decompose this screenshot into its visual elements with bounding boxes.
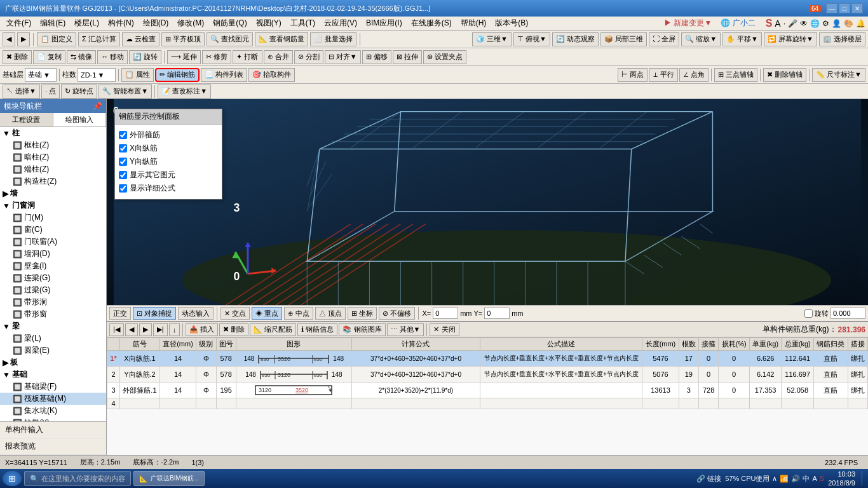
sidebar-report[interactable]: 报表预览 (0, 438, 106, 455)
tbl-rebar-lib-button[interactable]: 📚 钢筋图库 (339, 323, 385, 336)
show-desktop-button[interactable] (862, 471, 865, 485)
vb-y-input[interactable] (484, 308, 510, 319)
tree-item-found-beam[interactable]: 🔲 基础梁(F) (0, 381, 106, 393)
tb-find-elem-button[interactable]: 🔍 查找图元 (207, 32, 253, 46)
zd-dropdown[interactable]: ZD-1 ▼ (78, 68, 116, 82)
tree-item-wall[interactable]: ▶ 墙 (0, 187, 106, 200)
table-row[interactable]: 2 Y向纵筋.2 14 Φ 578 148 (107, 367, 868, 383)
tb-merge-button[interactable]: ⊕ 合并 (264, 50, 293, 64)
table-row[interactable]: 1* X向纵筋.1 14 Φ 578 148 (107, 351, 868, 367)
tb-angle-button[interactable]: ∠ 点角 (679, 68, 709, 82)
tb-edit-note-button[interactable]: 📝 查改标注▼ (158, 85, 211, 98)
tb-copy-button[interactable]: 📄 复制 (33, 50, 65, 64)
tree-item-door[interactable]: ▼ 门窗洞 (0, 200, 106, 212)
clock[interactable]: 10:03 2018/8/9 (828, 470, 855, 488)
sidebar-tab-project[interactable]: 工程设置 (0, 113, 53, 126)
tb-local-3d-button[interactable]: 📦 局部三维 (600, 32, 647, 46)
menu-tools[interactable]: 工具(T) (287, 17, 319, 30)
vb-orthogonal-button[interactable]: 正交 (109, 307, 131, 320)
vb-midpt-button[interactable]: ◈ 重点 (252, 307, 282, 320)
menu-online[interactable]: 在线服务(S) (407, 17, 456, 30)
tb-stretch-button[interactable]: ⊠ 拉伸 (393, 50, 422, 64)
tbl-close-button[interactable]: ✕ 关闭 (430, 323, 459, 336)
tb-3d-button[interactable]: 🧊 三维▼ (472, 32, 512, 46)
table-row[interactable]: 4 (107, 398, 868, 409)
menu-help[interactable]: 帮助(H) (457, 17, 491, 30)
tree-item-round-beam[interactable]: 🔲 圆梁(E) (0, 344, 106, 356)
tb-properties-button[interactable]: 📋 属性 (121, 68, 154, 82)
tbl-delete-button[interactable]: ✖ 删除 (219, 323, 248, 336)
sidebar-tab-draw[interactable]: 绘图输入 (53, 113, 107, 126)
tb-fwd-button[interactable]: ▶ (17, 32, 30, 46)
sidebar-single-comp[interactable]: 单构件输入 (0, 422, 106, 438)
tb-select-button[interactable]: ↖ 选择▼ (3, 85, 40, 98)
menu-modify[interactable]: 修改(M) (173, 17, 208, 30)
tree-item-col[interactable]: ▼ 柱 (0, 127, 106, 139)
tb-rotpt-button[interactable]: ↻ 旋转点 (61, 85, 97, 98)
vb-dynamic-input-button[interactable]: 动态输入 (178, 307, 214, 320)
tree-item-over-beam[interactable]: 🔲 过梁(G) (0, 284, 106, 296)
tb-mirror-button[interactable]: ⇆ 镜像 (67, 50, 96, 64)
tb-grip-button[interactable]: ⊛ 设置夹点 (423, 50, 466, 64)
tb-rotate-button[interactable]: 🔄 旋转 (129, 50, 161, 64)
toolbar-icon-gear[interactable]: ⚙ (822, 19, 829, 28)
menu-guangxiao[interactable]: 🌐 广小二 (717, 17, 759, 30)
tb-del-axis-button[interactable]: ✖ 删除辅轴 (763, 68, 806, 82)
tree-item-beam[interactable]: ▼ 梁 (0, 320, 106, 332)
tree-item-window-c[interactable]: 🔲 窗(C) (0, 224, 106, 236)
tb-dim-note-button[interactable]: 📏 尺寸标注▼ (812, 68, 865, 82)
tree-item-strip-win[interactable]: 🔲 带形窗 (0, 308, 106, 320)
tb-delete-button[interactable]: ✖ 删除 (3, 50, 32, 64)
tree-item-sump[interactable]: 🔲 集水坑(K) (0, 405, 106, 417)
tb-break-button[interactable]: ✦ 打断 (233, 50, 262, 64)
tb-extend-button[interactable]: ⟶ 延伸 (167, 50, 201, 64)
cb-outer-stirrup[interactable]: 外部箍筋 (119, 128, 218, 142)
close-button[interactable]: ✕ (851, 3, 863, 13)
viewport[interactable]: 3 0 6 (107, 99, 868, 305)
cb-show-formula-input[interactable] (119, 184, 127, 193)
tree-item-found[interactable]: ▼ 基础 (0, 369, 106, 381)
tb-3axis-button[interactable]: ⊞ 三点辅轴 (714, 68, 757, 82)
tbl-insert-button[interactable]: 📥 插入 (186, 323, 218, 336)
tb-smart-place-button[interactable]: 🔧 智能布置▼ (98, 85, 152, 98)
tb-split-button[interactable]: ⊘ 分割 (294, 50, 323, 64)
tree-item-strip-hole[interactable]: 🔲 带形洞 (0, 296, 106, 308)
cb-y-rebar[interactable]: Y向纵筋 (119, 155, 218, 168)
menu-floor[interactable]: 楼层(L) (71, 17, 103, 30)
tree-item-niche[interactable]: 🔲 壁龛(I) (0, 260, 106, 272)
tbl-down-button[interactable]: ↓ (169, 323, 180, 336)
tree-item-frame-col[interactable]: 🔲 框柱(Z) (0, 139, 106, 151)
tree-item-wall-hole[interactable]: 🔲 墙洞(D) (0, 248, 106, 260)
tbl-other-button[interactable]: ⋯ 其他▼ (387, 323, 424, 336)
menu-file[interactable]: 文件(F) (3, 17, 35, 30)
cb-outer-stirrup-input[interactable] (119, 131, 127, 139)
menu-view[interactable]: 视图(Y) (252, 17, 285, 30)
tbl-rebar-info-button[interactable]: ℹ 钢筋信息 (297, 323, 337, 336)
tb-topview-button[interactable]: ⊤ 俯视▼ (513, 32, 550, 46)
tb-screen-rotate-button[interactable]: 🔁 屏幕旋转▼ (764, 32, 817, 46)
menu-new-change[interactable]: ▶ 新建变更▼ (660, 17, 715, 30)
table-row[interactable]: 3 外部箍筋.1 14 Φ 195 3120 3520 (107, 383, 868, 398)
tb-define-button[interactable]: 📋 图定义 (37, 32, 76, 46)
tb-parallel-button[interactable]: ⊥ 平行 (649, 68, 678, 82)
float-panel-title[interactable]: 钢筋显示控制面板 (115, 109, 222, 125)
tb-align-button[interactable]: ⊟ 对齐▼ (325, 50, 361, 64)
data-table-container[interactable]: 筋号 直径(mm) 级别 图号 图形 计算公式 公式描述 长度(mm) 根数 接… (107, 337, 868, 455)
cb-x-rebar-input[interactable] (119, 144, 127, 152)
tbl-prev-button[interactable]: ◀ (125, 323, 138, 336)
vb-center-button[interactable]: ⊕ 中点 (284, 307, 313, 320)
minimize-button[interactable]: — (826, 3, 837, 13)
menu-cloud[interactable]: 云应用(V) (320, 17, 361, 30)
tb-align-board-button[interactable]: ⊞ 平齐板顶 (161, 32, 205, 46)
vb-rotate-input[interactable] (831, 308, 865, 319)
tbl-scale-button[interactable]: 📐 缩尺配筋 (250, 323, 296, 336)
tree-item-hidden-col[interactable]: 🔲 暗柱(Z) (0, 151, 106, 163)
tbl-last-button[interactable]: ▶| (153, 323, 168, 336)
tray-icon-chevron[interactable]: ∧ (772, 475, 777, 483)
cb-y-rebar-input[interactable] (119, 158, 127, 166)
sidebar-pin[interactable]: 📌 (93, 102, 102, 111)
vb-x-input[interactable] (433, 308, 458, 319)
vb-coord-button[interactable]: ⊞ 坐标 (348, 307, 377, 320)
maximize-button[interactable]: □ (839, 3, 850, 13)
tb-comp-list-button[interactable]: 📃 构件列表 (201, 68, 247, 82)
